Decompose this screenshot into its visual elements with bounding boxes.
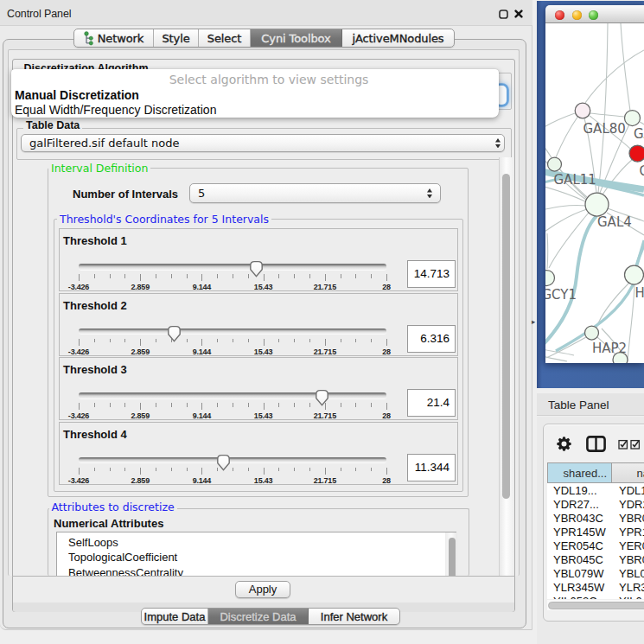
network-edge [628,284,634,361]
close-icon[interactable] [514,10,523,18]
table-row[interactable]: YBR045CYBR0 [547,553,644,567]
attribute-list-item[interactable]: TopologicalCoefficient [68,551,177,564]
main-scrollbar-thumb[interactable] [502,174,510,499]
threshold-label: Threshold 2 [63,299,127,312]
number-of-intervals-combobox[interactable]: 5 [189,183,441,203]
slider-tick [386,403,387,410]
slider-thumb[interactable] [167,325,182,342]
slider-track[interactable] [79,328,386,335]
tab-infer-network[interactable]: Infer Network [309,609,399,624]
slider-tick [156,339,156,343]
slider-track[interactable] [79,392,386,399]
tab-label: Style [162,32,189,45]
slider-track[interactable] [79,264,386,270]
network-node[interactable] [575,103,590,118]
checkbox-icon[interactable] [630,439,641,450]
tab-select[interactable]: Select [199,29,251,47]
split-panel-icon[interactable] [586,436,606,452]
table-row[interactable]: YPR145WYPR1 [547,526,644,539]
threshold-value-field[interactable]: 11.344 [407,454,456,481]
network-node[interactable] [548,157,562,171]
slider-tick-label: 9.144 [193,476,212,485]
gear-icon[interactable] [557,437,571,451]
network-node[interactable] [625,111,641,126]
slider-tick [294,403,295,407]
slider-tick [341,274,341,278]
slider-tick [294,274,295,278]
slider-tick-label: 28 [382,283,391,291]
table-data-groupbox-title: Table Data [23,120,82,131]
numerical-attributes-list[interactable]: SelfLoopsTopologicalCoefficientBetweenne… [56,532,456,576]
tab-network[interactable]: Network [74,29,154,47]
tab-jactivemnodules[interactable]: jActiveMNodules [342,29,454,47]
column-header-name[interactable]: na [611,462,644,483]
network-node[interactable] [629,145,644,162]
slider-tick-label: 2.859 [131,348,150,356]
tab-impute-data[interactable]: Impute Data [142,609,208,624]
slider-tick [386,274,387,281]
combobox-arrows-icon [495,135,501,151]
float-window-icon[interactable] [499,10,508,19]
network-node[interactable] [585,326,599,340]
tab-style[interactable]: Style [154,29,199,47]
slider-tick [371,403,372,407]
slider-tick [371,339,372,343]
minimize-traffic-light[interactable] [572,10,582,20]
checkbox-icon[interactable] [618,439,628,450]
attributes-list-scrollbar[interactable] [445,532,457,576]
table-data-combobox[interactable]: galFiltered.sif default node [21,134,505,152]
zoom-traffic-light[interactable] [589,10,598,20]
tab-cyni-toolbox[interactable]: Cyni Toolbox [251,29,342,47]
network-window-titlebar[interactable] [545,5,644,23]
slider-thumb[interactable] [315,389,329,406]
slider-tick-label: 21.715 [314,348,336,356]
attribute-list-item[interactable]: SelfLoops [68,536,118,549]
table-row[interactable]: YIL053CYIL0 [547,595,644,599]
slider-tick [217,403,218,407]
attribute-list-item[interactable]: BetweennessCentrality [68,566,183,576]
table-row[interactable]: YBR043CYBR0 [547,512,644,526]
slider-tick [140,339,141,346]
split-pane-collapse-arrow[interactable]: ▸ [532,317,535,326]
cell-shared-name: YPR145W [553,526,606,539]
slider-tick [187,468,188,472]
table-hscrollbar-thumb[interactable] [548,602,644,609]
slider-thumb[interactable] [249,260,264,277]
cell-shared-name: YLR345W [553,581,604,594]
threshold-value-field[interactable]: 21.4 [407,389,456,417]
table-row[interactable]: YBL079WYBL0 [547,567,644,581]
threshold-value-field[interactable]: 6.316 [407,325,456,353]
slider-tick [233,403,233,407]
threshold-value-field[interactable]: 14.713 [407,260,456,288]
network-node[interactable] [625,265,644,284]
control-panel-titlebar: Control Panel [0,0,532,26]
slider-thumb[interactable] [216,454,231,471]
slider-tick [140,274,141,281]
tab-label: Impute Data [144,610,206,623]
viewport-bottom-divider [12,576,515,577]
apply-button[interactable]: Apply [235,581,290,598]
table-row[interactable]: YLR345WYLR3 [547,581,644,595]
table-row[interactable]: YDL19...YDL1 [547,484,644,498]
threshold-panel-2: Threshold 2-3.4262.8599.14415.4321.71528… [59,293,458,356]
algorithm-popup-item-equal-width[interactable]: Equal Width/Frequency Discretization [15,103,216,117]
network-node-label: GAL4 [597,214,632,230]
slider-tick [171,274,172,278]
network-node-label: HAP2 [592,341,627,356]
table-row[interactable]: YER054CYER0 [547,539,644,553]
network-node[interactable] [545,271,555,286]
slider-track[interactable] [79,457,386,463]
network-edge [546,337,586,358]
column-header-shared-name[interactable]: shared... [547,462,612,483]
table-row[interactable]: YDR27...YDR2 [547,498,644,512]
network-canvas[interactable]: GAL80GACGAL11GAL4GCY1HHAP2 [545,23,644,363]
close-traffic-light[interactable] [555,10,564,20]
attributes-list-scrollbar-thumb[interactable] [449,538,456,576]
network-node[interactable] [585,193,609,216]
threshold-panel-4: Threshold 4-3.4262.8599.14415.4321.71528… [59,422,458,485]
tab-discretize-data[interactable]: Discretize Data [208,609,309,624]
slider-tick [156,403,156,407]
algorithm-popup-prompt[interactable]: Select algorithm to view settings [11,73,499,86]
algorithm-popup-item-manual[interactable]: Manual Discretization [15,88,139,102]
numerical-attributes-label: Numerical Attributes [54,517,163,530]
